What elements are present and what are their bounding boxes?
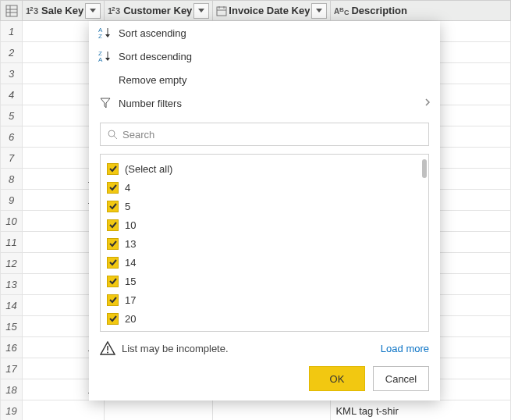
row-number: 17 (1, 358, 23, 379)
filter-value-label: 17 (125, 294, 136, 306)
svg-marker-11 (198, 9, 204, 12)
filter-value-item[interactable]: 5 (107, 197, 422, 215)
filter-search-input[interactable]: Search (100, 123, 429, 146)
svg-point-29 (108, 130, 115, 137)
column-label: Description (350, 5, 507, 16)
search-icon (107, 129, 118, 140)
cell-invoice-date (213, 400, 331, 421)
row-number: 12 (1, 253, 23, 274)
row-number: 2 (1, 42, 23, 63)
search-placeholder: Search (122, 129, 154, 141)
row-number: 3 (1, 63, 23, 84)
row-number: 7 (1, 148, 23, 169)
column-label: Sale Key (40, 5, 83, 16)
svg-marker-27 (105, 58, 110, 61)
sort-desc-icon: ZA (98, 50, 112, 62)
filter-value-label: 14 (125, 257, 136, 269)
row-number: 11 (1, 232, 23, 253)
filter-values-list: (Select all)45101314151720 (100, 154, 429, 332)
scrollbar-thumb[interactable] (422, 159, 427, 178)
cell-customer-key (105, 400, 213, 421)
remove-empty-item[interactable]: Remove empty (89, 68, 440, 91)
filter-value-item[interactable]: 10 (107, 215, 422, 234)
row-number: 13 (1, 274, 23, 295)
column-header-description[interactable]: ABC Description (331, 1, 511, 21)
row-number: 9 (1, 190, 23, 211)
sort-descending-item[interactable]: ZA Sort descending (89, 44, 440, 68)
column-header-invoice-date-key[interactable]: Invoice Date Key (213, 1, 331, 21)
row-number: 8 (1, 169, 23, 190)
filter-value-item[interactable]: 17 (107, 290, 422, 309)
filter-value-item[interactable]: 13 (107, 234, 422, 253)
checkbox-checked[interactable] (107, 163, 119, 175)
svg-line-30 (114, 136, 117, 139)
column-label: Invoice Date Key (227, 5, 310, 16)
filter-value-label: 13 (125, 238, 136, 250)
table-icon (5, 5, 18, 17)
filter-value-label: 10 (125, 219, 136, 231)
column-header-sale-key[interactable]: 123 Sale Key (23, 1, 105, 21)
row-number: 4 (1, 84, 23, 105)
filter-value-label: 15 (125, 276, 136, 287)
funnel-icon (99, 97, 112, 109)
filter-value-item[interactable]: 4 (107, 178, 422, 197)
svg-rect-0 (6, 5, 17, 16)
column-header-customer-key[interactable]: 123 Customer Key (105, 1, 213, 21)
column-label: Customer Key (122, 5, 192, 16)
table-row[interactable]: 19KML tag t-shir (1, 400, 511, 421)
chevron-right-icon (424, 98, 431, 109)
sort-asc-icon: AZ (98, 27, 112, 39)
svg-point-33 (107, 352, 108, 354)
checkbox-checked[interactable] (107, 238, 119, 250)
cell-sale-key (23, 400, 105, 421)
filter-dropdown-button[interactable] (311, 3, 327, 19)
filter-value-label: 20 (125, 313, 136, 325)
svg-marker-7 (90, 9, 96, 12)
filter-value-label: 4 (125, 182, 130, 194)
checkbox-checked[interactable] (107, 201, 119, 212)
chevron-down-icon (316, 9, 322, 13)
cancel-button[interactable]: Cancel (373, 366, 429, 391)
filter-value-item[interactable]: 14 (107, 253, 422, 272)
row-number: 19 (1, 400, 23, 421)
row-number: 6 (1, 126, 23, 148)
checkbox-checked[interactable] (107, 257, 119, 269)
svg-text:3: 3 (34, 6, 38, 16)
sort-ascending-item[interactable]: AZ Sort ascending (89, 21, 440, 44)
checkbox-checked[interactable] (107, 182, 119, 194)
checkbox-checked[interactable] (107, 313, 119, 325)
rowcol-header[interactable] (1, 1, 23, 21)
warning-icon (100, 341, 115, 355)
menu-label: Remove empty (115, 74, 186, 86)
svg-text:3: 3 (115, 6, 120, 16)
menu-label: Sort descending (115, 51, 192, 62)
text-type-icon: ABC (334, 5, 350, 16)
filter-value-item[interactable]: (Select all) (107, 159, 422, 178)
checkbox-checked[interactable] (107, 276, 119, 287)
warning-text: List may be incomplete. (122, 343, 381, 354)
filter-value-item[interactable]: 20 (107, 309, 422, 328)
number-filters-item[interactable]: Number filters (89, 91, 440, 115)
row-number: 10 (1, 211, 23, 232)
filter-value-item[interactable]: 15 (107, 272, 422, 290)
column-filter-popup: AZ Sort ascending ZA Sort descending Rem… (89, 21, 440, 400)
load-more-link[interactable]: Load more (381, 343, 429, 354)
number-type-icon: 123 (108, 5, 122, 16)
svg-marker-16 (316, 9, 322, 12)
checkbox-checked[interactable] (107, 219, 119, 231)
filter-dropdown-button[interactable] (193, 3, 209, 19)
svg-text:C: C (344, 9, 350, 16)
menu-label: Sort ascending (115, 27, 186, 39)
filter-dropdown-button[interactable] (85, 3, 101, 19)
chevron-down-icon (198, 9, 204, 13)
chevron-down-icon (90, 9, 96, 13)
row-number: 5 (1, 105, 23, 126)
date-type-icon (216, 5, 227, 16)
row-number: 18 (1, 379, 23, 400)
svg-text:A: A (98, 56, 103, 62)
svg-text:Z: Z (98, 33, 102, 39)
checkbox-checked[interactable] (107, 294, 119, 306)
ok-button[interactable]: OK (309, 366, 365, 391)
row-number: 15 (1, 316, 23, 337)
filter-value-label: (Select all) (125, 163, 172, 175)
